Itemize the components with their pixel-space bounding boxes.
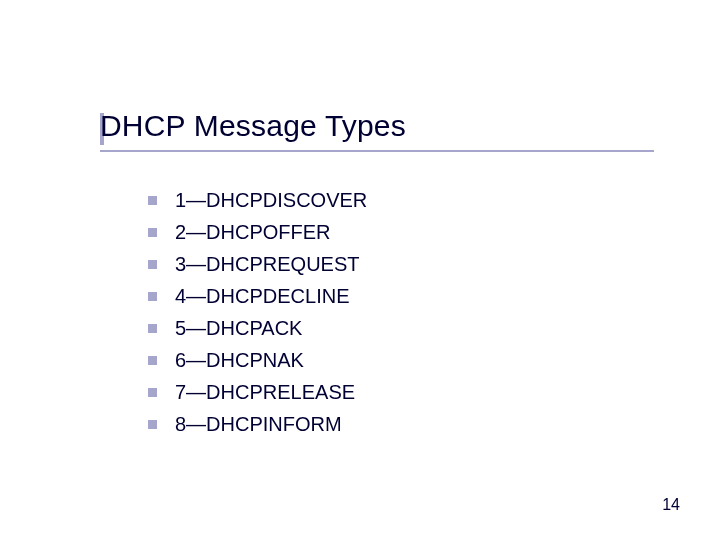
list-item: 3—DHCPREQUEST [148, 248, 648, 280]
page-title: DHCP Message Types [100, 108, 406, 144]
list-item-label: 4—DHCPDECLINE [175, 280, 349, 312]
list-item: 7—DHCPRELEASE [148, 376, 648, 408]
slide: DHCP Message Types 1—DHCPDISCOVER 2—DHCP… [0, 0, 720, 540]
list-item-label: 5—DHCPACK [175, 312, 302, 344]
square-bullet-icon [148, 196, 157, 205]
list-item: 8—DHCPINFORM [148, 408, 648, 440]
list-item-label: 2—DHCPOFFER [175, 216, 331, 248]
list-item-label: 1—DHCPDISCOVER [175, 184, 367, 216]
square-bullet-icon [148, 420, 157, 429]
list-item-label: 8—DHCPINFORM [175, 408, 342, 440]
list-item: 4—DHCPDECLINE [148, 280, 648, 312]
square-bullet-icon [148, 324, 157, 333]
list-item: 1—DHCPDISCOVER [148, 184, 648, 216]
square-bullet-icon [148, 356, 157, 365]
bullet-list: 1—DHCPDISCOVER 2—DHCPOFFER 3—DHCPREQUEST… [148, 184, 648, 440]
square-bullet-icon [148, 388, 157, 397]
list-item: 6—DHCPNAK [148, 344, 648, 376]
square-bullet-icon [148, 260, 157, 269]
title-wrap: DHCP Message Types [100, 108, 406, 144]
square-bullet-icon [148, 292, 157, 301]
page-number: 14 [662, 496, 680, 514]
square-bullet-icon [148, 228, 157, 237]
list-item-label: 3—DHCPREQUEST [175, 248, 359, 280]
list-item-label: 7—DHCPRELEASE [175, 376, 355, 408]
title-underline [100, 150, 654, 152]
list-item-label: 6—DHCPNAK [175, 344, 304, 376]
list-item: 5—DHCPACK [148, 312, 648, 344]
list-item: 2—DHCPOFFER [148, 216, 648, 248]
